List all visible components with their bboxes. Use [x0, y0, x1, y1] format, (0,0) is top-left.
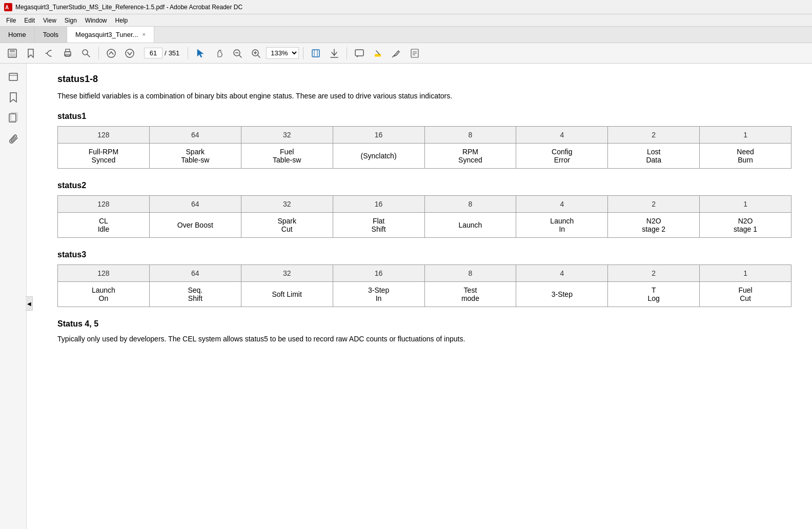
table-cell: 64 — [149, 127, 241, 144]
table-cell: 64 — [149, 196, 241, 213]
svg-line-10 — [87, 54, 90, 57]
table-row: 128 64 32 16 8 4 2 1 — [58, 127, 791, 144]
sidebar-collapse-button[interactable]: ◀ — [26, 296, 33, 311]
save-button[interactable] — [4, 45, 21, 62]
svg-rect-26 — [355, 50, 363, 56]
status45-desc: Typically only used by developers. The C… — [57, 334, 791, 344]
toolbar-separator-1 — [98, 47, 99, 59]
table-cell: 128 — [58, 196, 150, 213]
table-row: CLIdle Over Boost SparkCut FlatShift Lau… — [58, 213, 791, 238]
table-cell: LostData — [608, 144, 700, 169]
status1-table: 128 64 32 16 8 4 2 1 Full-RPMSynced Spar… — [57, 126, 791, 169]
svg-marker-5 — [28, 49, 33, 57]
toolbar: / 351 133% 100% 150% 200% — [0, 43, 812, 64]
menu-help[interactable]: Help — [111, 16, 132, 25]
svg-rect-4 — [9, 53, 15, 57]
main-layout: ◀ status1-8 These bitfield variables is … — [0, 64, 812, 529]
comment-button[interactable] — [351, 45, 368, 62]
page-up-button[interactable] — [103, 45, 119, 62]
svg-rect-21 — [312, 50, 319, 57]
tab-active[interactable]: Megasquirt3_Tuner... × — [67, 27, 154, 43]
table-cell: Full-RPMSynced — [58, 144, 150, 169]
pages-icon — [8, 112, 19, 124]
table-cell: FuelCut — [700, 282, 791, 307]
menu-view[interactable]: View — [39, 16, 60, 25]
draw-button[interactable] — [388, 45, 404, 62]
table-cell: 2 — [608, 127, 700, 144]
back-icon — [44, 48, 54, 58]
menu-file[interactable]: File — [2, 16, 20, 25]
table-cell: 1 — [700, 127, 791, 144]
page-down-button[interactable] — [121, 45, 138, 62]
table-cell: 4 — [516, 196, 608, 213]
table-cell: Testmode — [424, 282, 516, 307]
table-cell: TLog — [608, 282, 700, 307]
table-cell: 32 — [241, 265, 333, 282]
sidebar-pages-button[interactable] — [4, 109, 23, 127]
table-cell: 64 — [149, 265, 241, 282]
table-cell: FuelTable-sw — [241, 144, 333, 169]
acrobat-icon: A — [4, 3, 12, 11]
zoom-in-button[interactable] — [248, 45, 264, 62]
svg-line-29 — [376, 51, 379, 54]
table-cell: SparkCut — [241, 213, 333, 238]
download-button[interactable] — [326, 45, 342, 62]
table-cell: Over Boost — [149, 213, 241, 238]
table-cell: 32 — [241, 127, 333, 144]
highlight-icon — [373, 48, 383, 58]
table-cell: Launch — [424, 213, 516, 238]
page-number-input[interactable] — [144, 48, 163, 58]
table-cell: 8 — [424, 127, 516, 144]
sign-button[interactable] — [407, 45, 423, 62]
cursor-tool-button[interactable] — [192, 45, 209, 62]
page-down-icon — [125, 48, 135, 58]
page-separator: / — [165, 49, 167, 57]
toolbar-separator-2 — [188, 47, 188, 59]
table-row: Full-RPMSynced SparkTable-sw FuelTable-s… — [58, 144, 791, 169]
sidebar-attach-button[interactable] — [4, 129, 23, 148]
bookmark-sidebar-icon — [8, 92, 19, 103]
fit-page-button[interactable] — [308, 45, 324, 62]
back-button[interactable] — [41, 45, 57, 62]
svg-line-30 — [392, 56, 393, 57]
bookmark-button[interactable] — [23, 45, 39, 62]
page-nav: / 351 — [144, 48, 179, 58]
table-cell: LaunchIn — [516, 213, 608, 238]
table-cell: 16 — [333, 127, 424, 144]
menu-bar: File Edit View Sign Window Help — [0, 14, 812, 27]
zoom-out-button[interactable] — [229, 45, 246, 62]
table-cell: N2Ostage 2 — [608, 213, 700, 238]
table-cell: N2Ostage 1 — [700, 213, 791, 238]
print-button[interactable] — [59, 45, 76, 62]
tab-home[interactable]: Home — [0, 27, 35, 43]
layers-icon — [8, 71, 19, 83]
table-cell: LaunchOn — [58, 282, 150, 307]
table-cell: 1 — [700, 196, 791, 213]
bookmark-icon — [26, 48, 36, 58]
sidebar-layers-button[interactable] — [4, 68, 23, 86]
print-icon — [63, 48, 73, 58]
sidebar-bookmark-button[interactable] — [4, 88, 23, 107]
hand-tool-button[interactable] — [211, 45, 227, 62]
table-cell: 8 — [424, 196, 516, 213]
menu-sign[interactable]: Sign — [60, 16, 81, 25]
svg-line-20 — [258, 55, 260, 57]
search-button[interactable] — [78, 45, 94, 62]
status45-section: Status 4, 5 Typically only used by devel… — [57, 319, 791, 344]
highlight-button[interactable] — [370, 45, 386, 62]
table-cell: FlatShift — [333, 213, 424, 238]
cursor-icon — [195, 48, 206, 58]
tab-tools[interactable]: Tools — [35, 27, 67, 43]
zoom-select[interactable]: 133% 100% 150% 200% — [266, 47, 299, 59]
menu-edit[interactable]: Edit — [20, 16, 39, 25]
table-row: 128 64 32 16 8 4 2 1 — [58, 265, 791, 282]
status3-table: 128 64 32 16 8 4 2 1 LaunchOn Seq.Shift … — [57, 264, 791, 307]
table-cell: NeedBurn — [700, 144, 791, 169]
table-cell: CLIdle — [58, 213, 150, 238]
table-cell: 4 — [516, 127, 608, 144]
svg-point-11 — [107, 49, 115, 57]
svg-rect-3 — [10, 49, 15, 52]
menu-window[interactable]: Window — [81, 16, 111, 25]
tab-close-icon[interactable]: × — [142, 31, 145, 37]
draw-icon — [391, 48, 401, 58]
